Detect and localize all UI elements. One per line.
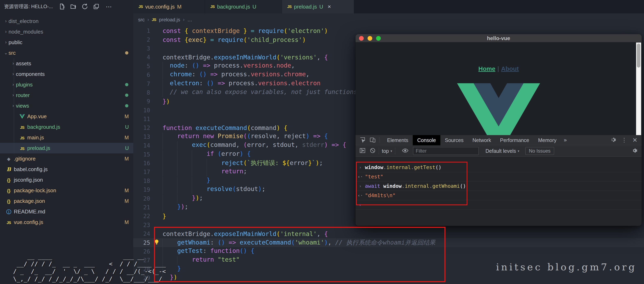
sidebar-item-assets[interactable]: ›assets xyxy=(0,58,133,69)
console-log[interactable]: ›window.internal.getTest()‹·"test"›await… xyxy=(356,163,642,226)
js-file-icon: JS xyxy=(20,136,24,140)
refresh-icon[interactable] xyxy=(81,3,88,10)
line-number: 13 xyxy=(133,134,150,140)
token xyxy=(269,141,273,148)
new-file-icon[interactable] xyxy=(58,3,66,10)
console-entry-res[interactable]: ‹·"test" xyxy=(356,172,642,182)
sidebar-item-public[interactable]: ›public xyxy=(0,37,133,48)
console-entry-active[interactable]: › xyxy=(356,200,642,210)
code-line-24[interactable]: 24contextBridge.exposeInMainWorld('inter… xyxy=(133,230,644,238)
devtools-tab-network[interactable]: Network xyxy=(468,135,496,145)
app-titlebar[interactable]: hello-vue xyxy=(356,34,642,42)
token: 'versions' xyxy=(280,54,317,61)
console-sidebar-icon[interactable] xyxy=(359,147,366,154)
token: , xyxy=(317,230,320,238)
token xyxy=(320,230,324,238)
json-file-icon: {} xyxy=(7,178,10,183)
inspect-element-icon[interactable] xyxy=(359,136,366,144)
token: resolve xyxy=(207,185,232,192)
tab-background-js[interactable]: JSbackground.jsU xyxy=(205,0,282,14)
breadcrumb[interactable]: src›JSpreload.js›… xyxy=(133,14,644,26)
token: . xyxy=(383,164,386,170)
token: } xyxy=(177,265,181,272)
device-toolbar-icon[interactable] xyxy=(370,136,376,144)
console-settings-icon[interactable] xyxy=(632,148,638,154)
indent-guide xyxy=(162,80,170,88)
sidebar-item-jsconfig-json[interactable]: {}jsconfig.json xyxy=(0,174,133,185)
sidebar-item-package-json[interactable]: {}package.jsonM xyxy=(0,196,133,206)
line-number: 10 xyxy=(133,107,150,114)
console-entry-cmd[interactable]: ›window.internal.getTest() xyxy=(356,163,642,172)
sidebar-item-readme-md[interactable]: iREADME.md xyxy=(0,206,133,217)
breadcrumb-segment[interactable]: … xyxy=(187,17,192,22)
explorer-title: 资源管理器: HELLO-... xyxy=(4,3,53,10)
devtools-tab-performance[interactable]: Performance xyxy=(496,135,534,145)
sidebar-item-vue-config-js[interactable]: JSvue.config.jsM xyxy=(0,217,133,228)
devtools-tab-memory[interactable]: Memory xyxy=(534,135,561,145)
more-tabs-icon[interactable]: » xyxy=(561,137,570,143)
breadcrumb-segment[interactable]: src xyxy=(138,17,145,22)
log-levels-selector[interactable]: Default levels xyxy=(486,148,516,154)
sidebar-item-preload-js[interactable]: JSpreload.jsU xyxy=(0,143,133,154)
devtools-settings-icon[interactable] xyxy=(610,137,616,144)
file-label: plugins xyxy=(16,82,32,88)
devtools-tab-sources[interactable]: Sources xyxy=(440,135,468,145)
token: : xyxy=(203,247,207,254)
sidebar-item-background-js[interactable]: JSbackground.jsU xyxy=(0,122,133,132)
js-file-icon: JS xyxy=(20,146,24,151)
context-selector[interactable]: top xyxy=(382,148,389,154)
devtools-tab-console[interactable]: Console xyxy=(413,135,440,145)
sidebar-item-node-modules[interactable]: ›node_modules xyxy=(0,26,133,37)
code-line-1[interactable]: 1const { contextBridge } = require('elec… xyxy=(133,26,644,35)
scrollbar-thumb[interactable] xyxy=(637,44,640,68)
more-actions-icon[interactable]: ⋯ xyxy=(106,3,112,10)
sidebar-item-src[interactable]: ⌄src xyxy=(0,48,133,58)
lightbulb-icon[interactable] xyxy=(150,239,162,246)
devtools-menu-icon[interactable]: ⋮ xyxy=(622,137,627,144)
token: ( xyxy=(218,150,221,157)
sidebar-item-dist-electron[interactable]: ›dist_electron xyxy=(0,16,133,26)
token xyxy=(196,70,199,78)
new-folder-icon[interactable] xyxy=(70,3,77,10)
close-icon[interactable]: × xyxy=(328,4,331,10)
console-entry-cmd[interactable]: ›await window.internal.getWhoami() xyxy=(356,182,642,191)
token: () xyxy=(218,239,225,246)
tab-preload-js[interactable]: JSpreload.jsU× xyxy=(282,0,354,14)
devtools-tab-elements[interactable]: Elements xyxy=(382,135,413,145)
console-filter-input[interactable] xyxy=(413,147,479,155)
token: ( xyxy=(243,132,247,140)
git-status-badge: M xyxy=(124,114,129,120)
sidebar-item-router[interactable]: ›router xyxy=(0,90,133,100)
no-issues-button[interactable]: No Issues xyxy=(526,147,554,155)
token: => xyxy=(332,141,339,148)
token: => xyxy=(313,132,320,140)
page-scrollbar[interactable] xyxy=(636,42,641,135)
indent-guide xyxy=(192,159,206,168)
code-line-26[interactable]: 26getTest: function() { xyxy=(133,247,644,256)
live-expression-eye-icon[interactable] xyxy=(402,147,409,155)
home-link[interactable]: Home xyxy=(478,65,495,72)
breadcrumb-segment[interactable]: preload.js xyxy=(159,17,180,22)
about-link[interactable]: About xyxy=(501,65,519,72)
tab-vue-config-js[interactable]: JSvue.config.jsM xyxy=(133,0,205,14)
token: ( xyxy=(243,159,247,166)
token: { xyxy=(284,124,288,132)
code-line-29[interactable]: 29}) xyxy=(133,274,644,282)
code-line-25[interactable]: 25getWhoami: () => executeCommand('whoam… xyxy=(133,238,644,247)
sidebar-item-plugins[interactable]: ›plugins xyxy=(0,79,133,90)
sidebar-item-app-vue[interactable]: App.vueM xyxy=(0,111,133,122)
clear-console-icon[interactable] xyxy=(370,147,376,154)
token: . xyxy=(240,62,243,69)
console-entry-res[interactable]: ‹·"d4m1ts\n" xyxy=(356,191,642,200)
collapse-folders-icon[interactable] xyxy=(93,3,100,10)
chevron-right-icon: › xyxy=(10,61,16,66)
token: ) xyxy=(276,124,280,132)
sidebar-item--gitignore[interactable]: ◆.gitignoreM xyxy=(0,154,133,164)
sidebar-item-views[interactable]: ›views xyxy=(0,100,133,111)
sidebar-item-babel-config-js[interactable]: Bbabel.config.js xyxy=(0,164,133,174)
devtools-close-icon[interactable]: ✕ xyxy=(632,136,638,144)
sidebar-item-components[interactable]: ›components xyxy=(0,69,133,79)
line-number: 19 xyxy=(133,186,150,193)
sidebar-item-main-js[interactable]: JSmain.jsM xyxy=(0,132,133,143)
sidebar-item-package-lock-json[interactable]: {}package-lock.jsonM xyxy=(0,185,133,196)
